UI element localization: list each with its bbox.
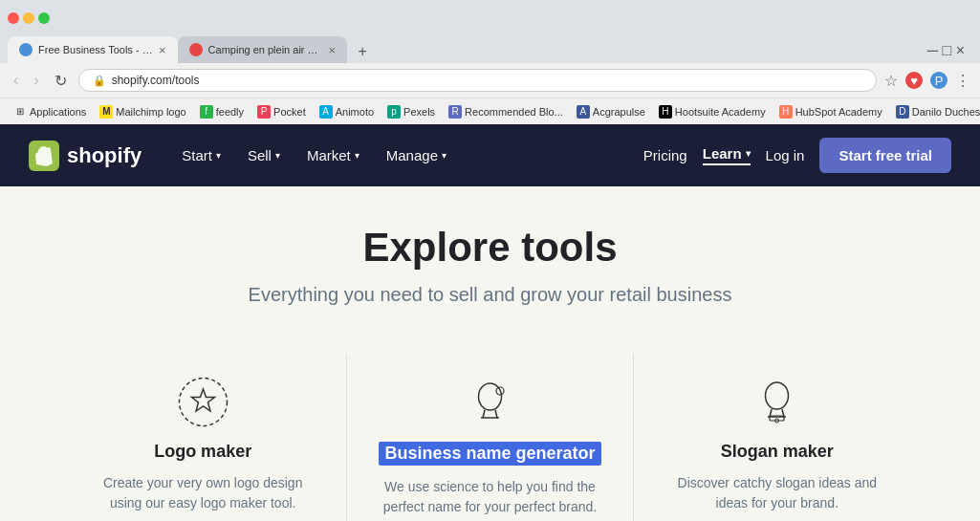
extension-icon-1[interactable]: ♥ (905, 72, 923, 89)
bookmark-label: Applications (30, 106, 86, 118)
feedly-icon: f (200, 105, 213, 119)
nav-item-manage[interactable]: Manage ▾ (375, 140, 458, 171)
bookmark-label: Hootsuite Academy (675, 106, 766, 118)
tab-active[interactable]: Free Business Tools - Online Too... × (8, 36, 178, 63)
tab-favicon-2 (189, 43, 203, 56)
nav-right: Pricing Learn ▾ Log in Start free trial (643, 138, 951, 173)
tool-name-logo-maker: Logo maker (154, 442, 251, 462)
bookmarks-bar: ⊞ Applications M Mailchimp logo f feedly… (0, 98, 980, 124)
bookmark-hootsuite[interactable]: H Hootsuite Academy (653, 103, 772, 120)
tab-inactive[interactable]: Camping en plein air batterie de... × (178, 36, 348, 63)
chevron-down-icon: ▾ (442, 150, 446, 161)
shopify-logo-icon (29, 141, 59, 171)
extensions-button[interactable]: ⋮ (955, 72, 970, 90)
shopify-navbar: shopify Start ▾ Sell ▾ Market ▾ Manage ▾… (0, 124, 980, 186)
forward-button[interactable]: › (30, 70, 42, 91)
extension-icon-2[interactable]: P (930, 72, 947, 89)
nav-item-market[interactable]: Market ▾ (295, 140, 371, 171)
tool-desc-logo-maker: Create your very own logo design using o… (89, 473, 317, 513)
close-window-button[interactable] (8, 12, 19, 24)
svg-line-3 (483, 410, 485, 418)
danilo-icon: D (896, 105, 909, 119)
main-content: Explore tools Everything you need to sel… (0, 186, 980, 521)
minimize-window-button[interactable] (23, 12, 34, 24)
tool-card-slogan-maker: Slogan maker Discover catchy slogan idea… (634, 354, 920, 521)
nav-menu: Start ▾ Sell ▾ Market ▾ Manage ▾ (170, 140, 624, 171)
bookmark-label: Mailchimp logo (116, 106, 185, 118)
tab-title-2: Camping en plein air batterie de... (208, 44, 323, 55)
bookmark-agora[interactable]: A Acgrapulse (571, 103, 651, 120)
url-bar[interactable]: 🔒 shopify.com/tools (78, 69, 877, 92)
svg-line-4 (495, 410, 497, 418)
shopify-logo-text: shopify (67, 143, 142, 168)
bookmark-applications[interactable]: ⊞ Applications (8, 103, 92, 120)
tools-grid: Logo maker Create your very own logo des… (60, 354, 921, 521)
slogan-maker-icon (749, 373, 806, 430)
url-text: shopify.com/tools (112, 74, 200, 87)
bookmark-label: Acgrapulse (593, 106, 645, 118)
tab-bar: Free Business Tools - Online Too... × Ca… (0, 31, 980, 63)
mailchimp-icon: M (99, 105, 113, 119)
hubspot-icon: H (779, 105, 793, 119)
tool-card-logo-maker: Logo maker Create your very own logo des… (60, 354, 347, 521)
nav-learn-link[interactable]: Learn ▾ (703, 145, 751, 165)
chevron-down-icon: ▾ (216, 150, 221, 161)
tool-name-business-name: Business name generator (379, 442, 600, 466)
tool-desc-slogan-maker: Discover catchy slogan ideas and ideas f… (663, 473, 891, 513)
animoto-icon: A (319, 105, 333, 119)
bookmark-label: Danilo Duchesnes (912, 106, 980, 118)
bookmark-feedly[interactable]: f feedly (194, 103, 250, 120)
hootsuite-icon: H (659, 105, 672, 119)
title-bar (0, 0, 980, 31)
bookmark-danilo[interactable]: D Danilo Duchesnes (890, 103, 980, 120)
bookmark-star-icon[interactable]: ☆ (884, 72, 898, 90)
window-controls (8, 12, 50, 24)
tool-desc-business-name: We use science to help you find the perf… (376, 477, 604, 517)
bookmark-mailchimp[interactable]: M Mailchimp logo (94, 103, 191, 120)
nav-pricing-link[interactable]: Pricing (643, 147, 687, 163)
chevron-down-icon: ▾ (275, 150, 280, 161)
recommended-icon: R (448, 105, 462, 119)
svg-marker-1 (191, 389, 214, 411)
start-free-trial-button[interactable]: Start free trial (819, 138, 951, 173)
tab-close-1[interactable]: × (159, 43, 166, 57)
nav-login-link[interactable]: Log in (766, 147, 805, 163)
bookmark-animoto[interactable]: A Animoto (314, 103, 380, 120)
business-name-icon (461, 373, 518, 430)
hero-subtitle: Everything you need to sell and grow you… (19, 284, 961, 306)
bookmark-label: Animoto (336, 106, 374, 118)
chevron-down-icon: ▾ (746, 148, 751, 159)
chevron-down-icon: ▾ (355, 150, 359, 161)
pexels-icon: p (387, 105, 401, 119)
maximize-window-button[interactable] (38, 12, 50, 24)
back-button[interactable]: ‹ (10, 70, 22, 91)
shopify-logo[interactable]: shopify (29, 141, 142, 171)
agora-icon: A (577, 105, 590, 119)
applications-icon: ⊞ (13, 105, 27, 119)
window-close-icon[interactable]: ─ □ × (920, 38, 972, 63)
bookmark-hubspot[interactable]: H HubSpot Academy (773, 103, 888, 120)
bookmark-label: Recommended Blo... (465, 106, 563, 118)
svg-point-0 (179, 378, 227, 425)
tab-title-1: Free Business Tools - Online Too... (38, 44, 153, 55)
pocket-icon: P (257, 105, 271, 119)
bookmark-label: HubSpot Academy (795, 106, 882, 118)
nav-item-sell[interactable]: Sell ▾ (236, 140, 292, 171)
tab-favicon-1 (19, 43, 33, 56)
tool-name-slogan-maker: Slogan maker (721, 442, 834, 462)
bookmark-label: Pexels (403, 106, 435, 118)
bookmark-recommended[interactable]: R Recommended Blo... (443, 103, 569, 120)
page-title: Explore tools (19, 225, 961, 271)
bookmark-pexels[interactable]: p Pexels (381, 103, 441, 120)
logo-maker-icon (174, 373, 231, 430)
nav-item-start[interactable]: Start ▾ (170, 140, 232, 171)
new-tab-button[interactable]: + (351, 40, 374, 63)
tool-card-business-name: Business name generator We use science t… (347, 354, 634, 521)
lock-icon: 🔒 (93, 75, 106, 87)
tab-close-2[interactable]: × (329, 43, 337, 57)
bookmark-label: feedly (216, 106, 244, 118)
svg-point-7 (766, 382, 789, 409)
bookmark-pocket[interactable]: P Pocket (251, 103, 312, 120)
reload-button[interactable]: ↻ (51, 70, 71, 92)
address-bar: ‹ › ↻ 🔒 shopify.com/tools ☆ ♥ P ⋮ (0, 63, 980, 98)
